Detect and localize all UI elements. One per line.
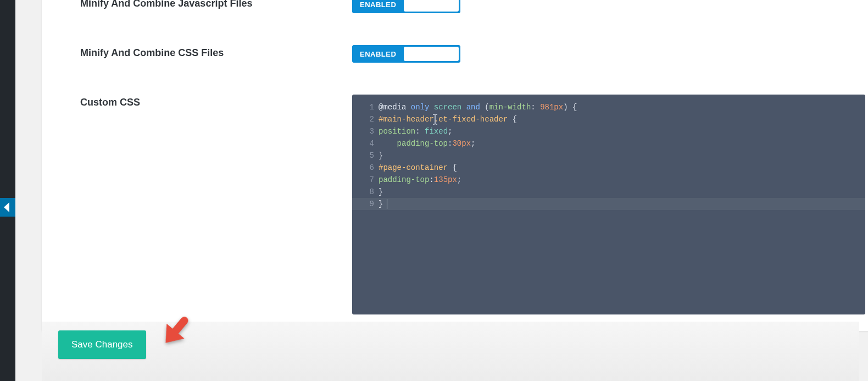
code-editor-custom-css[interactable]: 1@media only screen and (min-width: 981p… — [352, 95, 865, 314]
code-line: 1@media only screen and (min-width: 981p… — [352, 101, 858, 113]
line-number: 5 — [352, 150, 379, 162]
editor-cursor — [387, 199, 387, 209]
setting-label: Minify And Combine CSS Files — [80, 45, 352, 60]
code-line: 6#page-container { — [352, 162, 858, 174]
line-number: 2 — [352, 113, 379, 125]
line-number: 6 — [352, 162, 379, 174]
main-area: Minify And Combine Javascript Files ENAB… — [15, 0, 868, 381]
toggle-minify-css[interactable]: ENABLED — [352, 45, 460, 63]
settings-panel: Minify And Combine Javascript Files ENAB… — [42, 0, 868, 331]
line-code: } — [379, 150, 858, 162]
collapse-handle[interactable] — [0, 198, 15, 217]
code-line: 2#main-header.et-fixed-header { — [352, 113, 858, 125]
line-code: } — [379, 186, 858, 198]
code-line: 8} — [352, 186, 858, 198]
line-code: @media only screen and (min-width: 981px… — [379, 101, 858, 113]
admin-sidebar-collapsed — [0, 0, 15, 381]
setting-row-custom-css: Custom CSS 1@media only screen and (min-… — [42, 95, 868, 314]
line-number: 8 — [352, 186, 379, 198]
code-line: 4 padding-top:30px; — [352, 137, 858, 150]
footer-bar: Save Changes — [42, 322, 859, 381]
app-root: Minify And Combine Javascript Files ENAB… — [0, 0, 868, 381]
toggle-state-label: ENABLED — [352, 45, 404, 63]
setting-row-minify-js: Minify And Combine Javascript Files ENAB… — [42, 0, 868, 13]
setting-row-minify-css: Minify And Combine CSS Files ENABLED — [42, 45, 868, 63]
line-code: padding-top:135px; — [379, 174, 858, 186]
line-code: padding-top:30px; — [379, 137, 858, 150]
editor-active-line-highlight — [352, 198, 865, 210]
chevron-left-icon — [4, 202, 9, 212]
setting-control: ENABLED — [352, 45, 868, 63]
line-code: #main-header.et-fixed-header { — [379, 113, 858, 125]
line-number: 4 — [352, 137, 379, 150]
code-line: 5} — [352, 150, 858, 162]
toggle-minify-js[interactable]: ENABLED — [352, 0, 460, 13]
line-code: #page-container { — [379, 162, 858, 174]
code-line: 3position: fixed; — [352, 125, 858, 137]
setting-label: Minify And Combine Javascript Files — [80, 0, 352, 10]
setting-label: Custom CSS — [80, 95, 352, 109]
line-number: 3 — [352, 125, 379, 137]
setting-control: ENABLED — [352, 0, 868, 13]
line-code: position: fixed; — [379, 125, 858, 137]
line-number: 7 — [352, 174, 379, 186]
code-line: 7padding-top:135px; — [352, 174, 858, 186]
toggle-state-label: ENABLED — [352, 0, 404, 13]
line-number: 1 — [352, 101, 379, 113]
save-changes-button[interactable]: Save Changes — [58, 330, 146, 359]
toggle-knob — [404, 0, 459, 12]
toggle-knob — [404, 47, 459, 61]
setting-control: 1@media only screen and (min-width: 981p… — [352, 95, 868, 314]
